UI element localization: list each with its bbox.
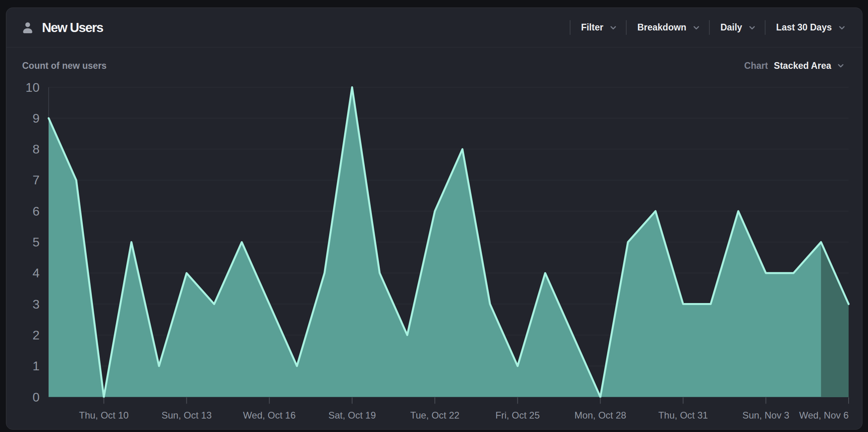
person-icon bbox=[22, 22, 33, 34]
y-axis-label: 10 bbox=[25, 80, 40, 95]
x-axis-label: Sun, Nov 3 bbox=[742, 410, 789, 421]
date-range-dropdown-label: Last 30 Days bbox=[776, 22, 832, 33]
card-header: New Users Filter Breakdown Daily bbox=[6, 8, 862, 47]
chevron-down-icon bbox=[747, 23, 757, 32]
chart-type-caption: Chart bbox=[744, 61, 768, 71]
date-range-dropdown[interactable]: Last 30 Days bbox=[776, 22, 847, 33]
y-axis-label: 2 bbox=[32, 328, 40, 342]
chart-subheader: Count of new users Chart Stacked Area bbox=[6, 55, 862, 76]
x-axis-label: Wed, Nov 6 bbox=[799, 410, 849, 421]
filter-dropdown-label: Filter bbox=[581, 22, 603, 33]
separator bbox=[709, 20, 710, 35]
chart-type-picker[interactable]: Chart Stacked Area bbox=[744, 61, 845, 71]
x-axis-label: Fri, Oct 25 bbox=[495, 410, 540, 421]
interval-dropdown-label: Daily bbox=[720, 22, 742, 33]
breakdown-dropdown-label: Breakdown bbox=[637, 22, 686, 33]
chevron-down-icon bbox=[608, 23, 618, 32]
breakdown-dropdown[interactable]: Breakdown bbox=[637, 22, 701, 33]
y-axis-label: 3 bbox=[32, 297, 40, 311]
y-axis-label: 8 bbox=[32, 142, 40, 156]
separator bbox=[570, 20, 570, 35]
insight-card: 012345678910Thu, Oct 10Sun, Oct 13Wed, O… bbox=[6, 8, 862, 430]
y-axis-label: 7 bbox=[32, 173, 40, 187]
y-axis-label: 5 bbox=[32, 235, 40, 249]
x-axis-label: Sat, Oct 19 bbox=[328, 410, 376, 421]
chart-type-value: Stacked Area bbox=[774, 61, 831, 71]
separator bbox=[765, 20, 766, 35]
filter-dropdown[interactable]: Filter bbox=[581, 22, 618, 33]
area-fill-incomplete bbox=[821, 242, 849, 397]
separator bbox=[626, 20, 627, 35]
y-axis-label: 0 bbox=[32, 390, 40, 404]
x-axis-label: Wed, Oct 16 bbox=[243, 410, 296, 421]
y-axis-label: 9 bbox=[32, 111, 40, 125]
chevron-down-icon bbox=[692, 23, 701, 32]
insight-title: New Users bbox=[42, 20, 103, 35]
chevron-down-icon bbox=[837, 23, 847, 32]
y-axis-label: 4 bbox=[32, 266, 40, 280]
metric-label: Count of new users bbox=[22, 61, 106, 71]
x-axis-label: Thu, Oct 31 bbox=[658, 410, 708, 421]
chevron-down-icon bbox=[836, 61, 845, 70]
title-group: New Users bbox=[22, 20, 103, 35]
x-axis-label: Mon, Oct 28 bbox=[574, 410, 626, 421]
x-axis-label: Tue, Oct 22 bbox=[410, 410, 460, 421]
y-axis-label: 6 bbox=[32, 204, 40, 218]
header-controls: Filter Breakdown Daily Las bbox=[570, 20, 847, 35]
interval-dropdown[interactable]: Daily bbox=[720, 22, 757, 33]
x-axis-label: Thu, Oct 10 bbox=[79, 410, 129, 421]
x-axis-label: Sun, Oct 13 bbox=[161, 410, 212, 421]
y-axis-label: 1 bbox=[32, 359, 40, 373]
